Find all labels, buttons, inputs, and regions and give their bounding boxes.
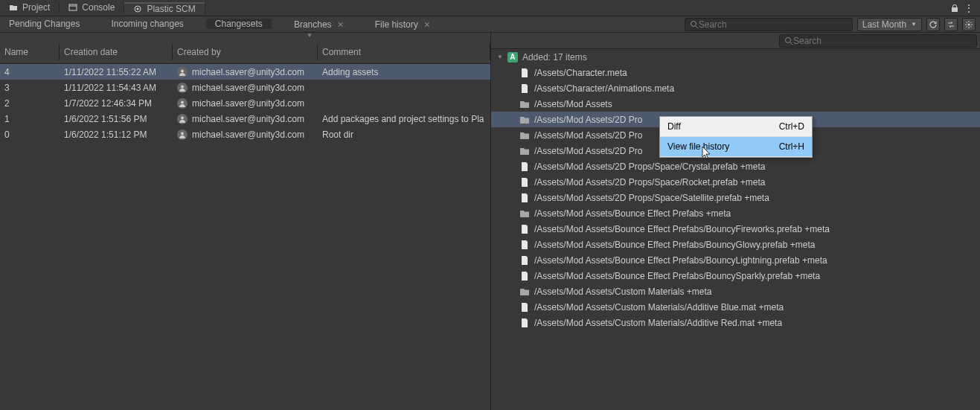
sub-tab-branches[interactable]: Branches× bbox=[285, 19, 353, 31]
sub-tab-file-history[interactable]: File history× bbox=[366, 19, 439, 31]
close-icon[interactable]: × bbox=[338, 19, 344, 31]
refresh-button[interactable] bbox=[926, 18, 940, 31]
changeset-row[interactable]: 41/11/2022 11:55:22 AMmichael.saver@unit… bbox=[0, 64, 490, 80]
file-item[interactable]: /Assets/Mod Assets/Bounce Effect Prefabs… bbox=[491, 221, 980, 237]
context-label: View file history bbox=[667, 141, 729, 152]
context-item-view-file-history[interactable]: View file historyCtrl+H bbox=[660, 137, 812, 157]
sub-tab-incoming-changes[interactable]: Incoming changes bbox=[102, 19, 192, 29]
th-date[interactable]: Creation date bbox=[60, 44, 173, 60]
folder-icon bbox=[519, 146, 530, 156]
cell-by: michael.saver@unity3d.com bbox=[173, 83, 318, 93]
kebab-icon[interactable]: ⋮ bbox=[964, 2, 974, 14]
period-dropdown[interactable]: Last Month ▼ bbox=[857, 18, 922, 31]
avatar-icon bbox=[177, 98, 188, 109]
file-path: /Assets/Mod Assets/2D Pro bbox=[534, 130, 642, 141]
added-badge: A bbox=[507, 52, 518, 63]
sub-tab-label: Changesets bbox=[215, 19, 263, 29]
file-path: /Assets/Mod Assets/Custom Materials +met… bbox=[534, 286, 711, 297]
file-path: /Assets/Mod Assets/Custom Materials/Addi… bbox=[534, 302, 784, 313]
changeset-row[interactable]: 21/7/2022 12:46:34 PMmichael.saver@unity… bbox=[0, 95, 490, 111]
file-icon bbox=[519, 68, 530, 78]
close-icon[interactable]: × bbox=[424, 19, 430, 31]
context-label: Diff bbox=[667, 121, 681, 132]
sub-tab-label: Incoming changes bbox=[111, 19, 183, 29]
sub-tab-pending-changes[interactable]: Pending Changes bbox=[0, 19, 89, 29]
file-path: /Assets/Character/Animations.meta bbox=[534, 83, 674, 94]
file-item[interactable]: /Assets/Mod Assets/Bounce Effect Prefabs… bbox=[491, 237, 980, 252]
top-tab-console[interactable]: Console bbox=[60, 2, 124, 13]
right-search-input[interactable] bbox=[793, 36, 972, 46]
file-item[interactable]: /Assets/Mod Assets/Bounce Effect Prefabs… bbox=[491, 268, 980, 284]
lock-icon[interactable] bbox=[950, 4, 959, 13]
tab-label: Project bbox=[22, 2, 50, 13]
th-by[interactable]: Created by▼ bbox=[173, 44, 318, 60]
file-icon bbox=[519, 193, 530, 203]
file-path: /Assets/Mod Assets/Bounce Effect Prefabs… bbox=[534, 208, 731, 219]
search-input[interactable] bbox=[699, 19, 848, 30]
added-label: Added: 17 items bbox=[522, 52, 587, 63]
file-item[interactable]: /Assets/Mod Assets/2D Props/Space/Rocket… bbox=[491, 174, 980, 190]
sub-tab-changesets[interactable]: Changesets bbox=[206, 19, 272, 29]
file-path: /Assets/Mod Assets/Bounce Effect Prefabs… bbox=[534, 271, 820, 281]
right-header bbox=[491, 33, 980, 49]
search-box[interactable] bbox=[685, 18, 853, 31]
file-item[interactable]: /Assets/Mod Assets/2D Props/Space/Crysta… bbox=[491, 158, 980, 174]
th-comment[interactable]: Comment bbox=[318, 44, 490, 60]
tab-label: Plastic SCM bbox=[147, 4, 195, 14]
file-path: /Assets/Mod Assets/2D Props/Space/Crysta… bbox=[534, 161, 765, 172]
context-menu: DiffCtrl+DView file historyCtrl+H bbox=[659, 116, 813, 158]
top-tab-project[interactable]: Project bbox=[0, 2, 60, 13]
file-item[interactable]: /Assets/Character.meta bbox=[491, 65, 980, 80]
top-tab-plastic-scm[interactable]: Plastic SCM bbox=[124, 2, 205, 14]
folder-icon bbox=[9, 3, 18, 12]
swap-button[interactable] bbox=[944, 18, 958, 31]
svg-point-7 bbox=[181, 69, 184, 72]
sub-tab-label: Pending Changes bbox=[9, 19, 80, 29]
file-item[interactable]: /Assets/Mod Assets/Custom Materials/Addi… bbox=[491, 299, 980, 315]
file-item[interactable]: /Assets/Mod Assets bbox=[491, 96, 980, 112]
file-item[interactable]: /Assets/Mod Assets/Custom Materials/Addi… bbox=[491, 315, 980, 330]
file-item[interactable]: /Assets/Mod Assets/Bounce Effect Prefabs… bbox=[491, 252, 980, 268]
file-path: /Assets/Mod Assets/2D Pro bbox=[534, 146, 642, 156]
period-label: Last Month bbox=[862, 19, 906, 30]
cell-date: 1/7/2022 12:46:34 PM bbox=[60, 98, 173, 109]
file-item[interactable]: /Assets/Mod Assets/2D Props/Space/Satell… bbox=[491, 190, 980, 205]
folder-icon bbox=[519, 286, 530, 297]
cell-date: 1/11/2022 11:55:22 AM bbox=[60, 67, 173, 77]
console-icon bbox=[68, 3, 77, 12]
settings-button[interactable] bbox=[962, 18, 976, 31]
file-item[interactable]: /Assets/Mod Assets/Bounce Effect Prefabs… bbox=[491, 205, 980, 221]
main-area: Name Creation date Created by▼ Comment 4… bbox=[0, 33, 980, 410]
context-shortcut: Ctrl+H bbox=[779, 141, 804, 152]
cell-id: 3 bbox=[0, 83, 60, 93]
files-pane: ▼ A Added: 17 items /Assets/Character.me… bbox=[491, 33, 980, 410]
changeset-row[interactable]: 01/6/2022 1:51:12 PMmichael.saver@unity3… bbox=[0, 126, 490, 142]
th-name[interactable]: Name bbox=[0, 44, 60, 60]
file-item[interactable]: /Assets/Character/Animations.meta bbox=[491, 80, 980, 96]
expander-icon[interactable]: ▼ bbox=[497, 54, 503, 60]
sort-indicator: ▼ bbox=[307, 32, 313, 39]
top-tab-bar: ProjectConsolePlastic SCM ⋮ bbox=[0, 0, 980, 16]
file-path: /Assets/Mod Assets/2D Props/Space/Rocket… bbox=[534, 177, 765, 188]
cell-comment: Adding assets bbox=[318, 67, 490, 77]
context-item-diff[interactable]: DiffCtrl+D bbox=[660, 117, 812, 137]
file-path: /Assets/Mod Assets/2D Pro bbox=[534, 115, 642, 125]
changeset-row[interactable]: 31/11/2022 11:54:43 AMmichael.saver@unit… bbox=[0, 80, 490, 95]
file-item[interactable]: /Assets/Mod Assets/Custom Materials +met… bbox=[491, 284, 980, 299]
changeset-row[interactable]: 11/6/2022 1:51:56 PMmichael.saver@unity3… bbox=[0, 111, 490, 126]
cell-by: michael.saver@unity3d.com bbox=[173, 129, 318, 140]
plastic-icon bbox=[133, 4, 142, 13]
file-path: /Assets/Mod Assets/Bounce Effect Prefabs… bbox=[534, 255, 827, 266]
sub-tab-label: File history bbox=[375, 19, 418, 30]
folder-icon bbox=[519, 99, 530, 109]
file-icon bbox=[519, 318, 530, 328]
cell-comment: Add packages and project settings to Pla bbox=[318, 114, 490, 124]
cell-by: michael.saver@unity3d.com bbox=[173, 114, 318, 124]
file-icon bbox=[519, 177, 530, 188]
cell-id: 1 bbox=[0, 114, 60, 124]
added-group[interactable]: ▼ A Added: 17 items bbox=[491, 49, 980, 65]
cell-id: 4 bbox=[0, 67, 60, 77]
right-search-box[interactable] bbox=[779, 34, 977, 48]
svg-point-4 bbox=[691, 21, 696, 26]
avatar-icon bbox=[177, 83, 188, 93]
